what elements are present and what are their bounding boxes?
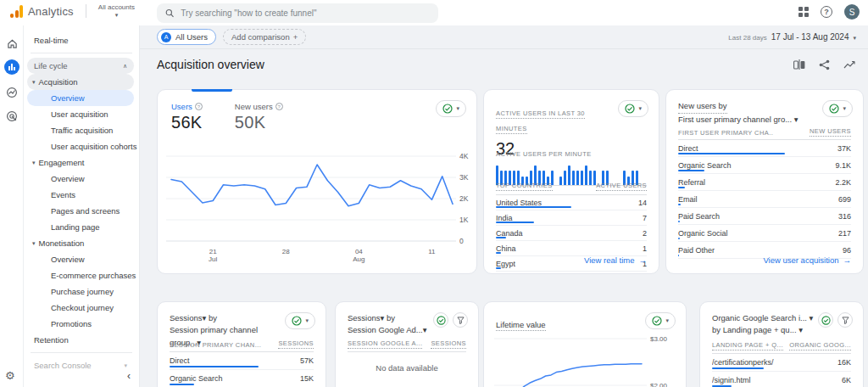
chevron-down-icon: ▾ [456,105,459,112]
users-value: 56K [171,113,203,132]
sidebar-item-overview[interactable]: Overview [27,171,134,187]
all-users-chip[interactable]: A All Users [157,29,216,45]
data-quality-icon[interactable] [433,312,448,328]
col-sessions: SESSIONS [278,339,314,349]
sidebar-nav: Real-timeLife cycle∧▾AcquisitionOverview… [24,25,140,387]
row-value: 96 [843,246,851,255]
sidebar-item-search-console[interactable]: Search Console▾ [27,357,134,373]
sidebar-item-retention[interactable]: Retention [27,332,134,348]
tab-users[interactable]: Users? 56K [171,102,203,132]
data-quality-dropdown[interactable]: ▾ [285,312,315,329]
col-session-channel: SESSION PRIMARY CHAN... [170,341,261,349]
sidebar-item-label: Overview [51,93,85,103]
svg-text:11: 11 [428,248,436,255]
data-quality-icon[interactable] [818,312,833,328]
advertising-icon[interactable] [4,109,19,124]
icon-rail: ⚙ [0,25,24,387]
row-bar [496,222,534,223]
sidebar-item-label: E-commerce purchases [51,271,136,280]
col-first-user-channel: FIRST USER PRIMARY CHA.. [678,129,773,137]
tab-new-users[interactable]: New users? 50K [235,102,283,132]
row-bar [678,238,680,239]
page-title: Acquisition overview [157,58,264,71]
insights-icon[interactable] [843,59,856,70]
data-quality-dropdown[interactable]: ▾ [436,100,466,117]
row-label: Referral [678,178,705,187]
filter-icon[interactable] [837,312,853,328]
data-quality-dropdown[interactable]: ▾ [645,312,676,329]
sidebar-item-pages-and-screens[interactable]: Pages and screens [27,203,134,219]
sessions-metric-dropdown[interactable]: Sessions▾ by [170,313,217,322]
arrow-right-icon: → [639,255,648,265]
collapse-sidebar-icon[interactable]: ‹ [127,370,131,382]
check-circle-icon [625,104,635,114]
sidebar-item-landing-page[interactable]: Landing page [27,219,134,235]
date-range-picker[interactable]: Last 28 days 17 Jul - 13 Aug 2024 ▾ [728,32,856,42]
chevron-down-icon: ▾ [32,160,36,166]
google-ads-dimension-dropdown[interactable]: Session Google Ad...▾ [348,325,427,334]
sidebar-item-label: Purchase journey [51,287,114,296]
table-row: /certificationperks/16K [712,354,851,372]
avatar[interactable]: S [844,4,860,20]
table-row: Paid Search316 [678,208,851,225]
add-comparison-chip[interactable]: Add comparison + [223,29,306,45]
sidebar-item-label: Life cycle [34,61,68,70]
row-value: 14 [638,199,647,207]
svg-text:3K: 3K [459,173,469,182]
table-row: Organic Search15K [170,370,314,387]
info-icon[interactable]: ? [195,103,203,110]
sidebar-item-real-time[interactable]: Real-time [27,32,134,48]
reports-icon[interactable] [4,59,19,75]
row-bar [678,221,680,222]
channel-dimension-dropdown[interactable]: First user primary channel gro... ▾ [678,115,798,124]
sessions-metric-dropdown[interactable]: Sessions▾ by [348,313,395,322]
sidebar-item-overview[interactable]: Overview [27,90,134,106]
sidebar-item-traffic-acquisition[interactable]: Traffic acquisition [27,122,134,138]
row-value: 37K [837,144,851,153]
sidebar-item-label: Overview [51,174,85,183]
row-label: Paid Other [678,246,715,255]
apps-grid-icon[interactable] [798,7,809,17]
global-search[interactable] [157,3,438,23]
data-quality-dropdown[interactable]: ▾ [618,100,648,117]
explore-icon[interactable] [4,85,19,100]
row-label: Email [678,195,698,204]
landing-page-dimension-dropdown[interactable]: by Landing page + qu... ▾ [712,325,803,334]
sidebar-item-promotions[interactable]: Promotions [27,316,134,332]
row-label: United States [496,199,542,207]
date-range-value: 17 Jul - 13 Aug 2024 [771,32,849,42]
brand-name: Analytics [28,5,74,18]
sidebar-item-overview[interactable]: Overview [27,251,134,267]
filter-icon[interactable] [453,312,468,328]
sidebar-item-life-cycle[interactable]: Life cycle∧ [27,58,134,74]
sidebar-item-engagement[interactable]: ▾Engagement [27,154,134,171]
share-icon[interactable] [819,59,830,70]
view-user-acquisition-link[interactable]: View user acquisition→ [763,255,851,265]
sidebar-item-e-commerce-purchases[interactable]: E-commerce purchases [27,267,134,283]
row-bar [496,252,501,254]
account-switcher[interactable]: All accounts ▾ [98,4,135,18]
settings-gear-icon[interactable]: ⚙ [5,369,15,382]
organic-search-metric-dropdown[interactable]: Organic Google Search i... ▾ [712,313,813,322]
help-icon[interactable]: ? [821,6,832,18]
search-icon [165,8,174,18]
sidebar-item-monetisation[interactable]: ▾Monetisation [27,235,134,251]
sidebar-item-purchase-journey[interactable]: Purchase journey [27,283,134,300]
chevron-down-icon: ▾ [124,362,127,369]
chevron-down-icon: ▾ [843,105,846,112]
row-value: 6K [842,376,851,384]
sidebar-item-user-acquisition-cohorts[interactable]: User acquisition cohorts [27,138,134,154]
sidebar-item-events[interactable]: Events [27,187,134,203]
col-top-countries: TOP COUNTRIES [496,182,553,191]
sidebar-item-checkout-journey[interactable]: Checkout journey [27,300,134,316]
sidebar-item-acquisition[interactable]: ▾Acquisition [27,74,134,90]
search-input[interactable] [181,8,430,18]
data-quality-dropdown[interactable]: ▾ [822,100,853,117]
check-circle-icon [821,316,831,325]
sidebar-item-user-acquisition[interactable]: User acquisition [27,106,134,122]
home-icon[interactable] [4,36,19,51]
row-value: 57K [300,356,314,365]
compare-reports-icon[interactable] [793,59,805,70]
view-realtime-link[interactable]: View real time→ [584,255,647,265]
info-icon[interactable]: ? [275,103,283,110]
